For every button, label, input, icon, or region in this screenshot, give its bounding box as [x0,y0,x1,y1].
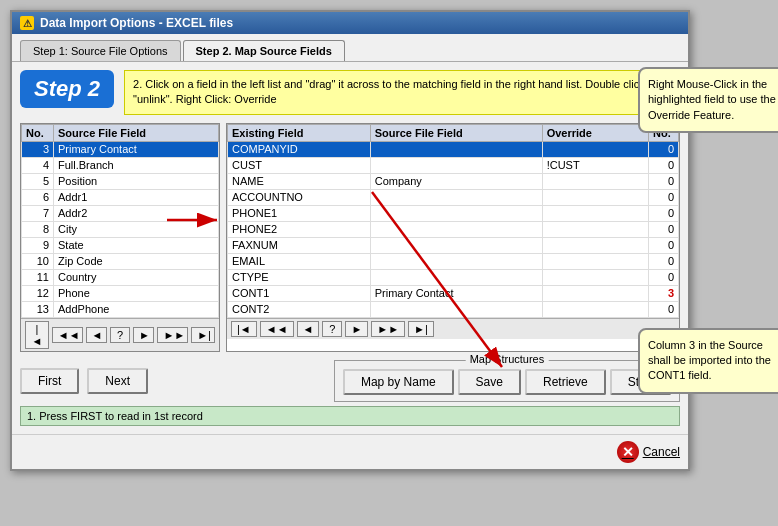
left-row-field: Primary Contact [54,141,219,157]
left-row-field: AddPhone [54,301,219,317]
right-row-no: 0 [649,269,679,285]
right-row-source: Company [370,173,542,189]
right-row-override [542,205,648,221]
left-row-field: Zip Code [54,253,219,269]
right-row-no: 0 [649,157,679,173]
left-row-no: 9 [22,237,54,253]
left-row-no: 11 [22,269,54,285]
left-nav-first[interactable]: |◄ [25,321,49,349]
right-table-row[interactable]: CTYPE 0 [228,269,679,285]
cancel-label: Cancel [643,445,680,459]
left-row-no: 6 [22,189,54,205]
left-nav-next[interactable]: ► [133,327,154,343]
map-by-name-button[interactable]: Map by Name [343,369,454,395]
right-row-no: 0 [649,221,679,237]
right-nav-help[interactable]: ? [322,321,342,337]
right-row-source [370,141,542,157]
left-nav-prev-multi[interactable]: ◄◄ [52,327,83,343]
left-nav-prev[interactable]: ◄ [86,327,107,343]
right-table-row[interactable]: PHONE1 0 [228,205,679,221]
right-table-row[interactable]: ACCOUNTNO 0 [228,189,679,205]
right-row-existing: CUST [228,157,371,173]
right-table-row[interactable]: EMAIL 0 [228,253,679,269]
left-row-field: Addr1 [54,189,219,205]
left-nav-bar: |◄ ◄◄ ◄ ? ► ►► ►| [21,318,219,351]
step2-badge: Step 2 [20,70,114,108]
left-row-field: Full.Branch [54,157,219,173]
right-row-no: 3 [649,285,679,301]
right-row-source [370,221,542,237]
right-nav-last[interactable]: ►| [408,321,434,337]
cancel-icon: ✕ [617,441,639,463]
left-nav-next-multi[interactable]: ►► [157,327,188,343]
left-table-row[interactable]: 12 Phone [22,285,219,301]
right-table-row[interactable]: NAME Company 0 [228,173,679,189]
right-row-existing: CONT1 [228,285,371,301]
right-nav-bar: |◄ ◄◄ ◄ ? ► ►► ►| [227,318,679,339]
dialog-title: Data Import Options - EXCEL files [40,16,233,30]
cancel-button[interactable]: ✕ Cancel [617,441,680,463]
right-table-row[interactable]: CUST !CUST 0 [228,157,679,173]
right-table-row[interactable]: CONT1 Primary Contact 3 [228,285,679,301]
map-structures-buttons: Map by Name Save Retrieve Start [343,369,671,395]
next-button[interactable]: Next [87,368,148,394]
right-row-existing: NAME [228,173,371,189]
right-nav-first[interactable]: |◄ [231,321,257,337]
left-row-field: State [54,237,219,253]
right-row-override: !CUST [542,157,648,173]
right-row-existing: CTYPE [228,269,371,285]
right-row-override [542,301,648,317]
right-table-row[interactable]: CONT2 0 [228,301,679,317]
main-dialog: ⚠ Data Import Options - EXCEL files Step… [10,10,690,471]
left-row-no: 10 [22,253,54,269]
right-table-row[interactable]: FAXNUM 0 [228,237,679,253]
left-table-row[interactable]: 6 Addr1 [22,189,219,205]
left-row-no: 5 [22,173,54,189]
left-table-row[interactable]: 10 Zip Code [22,253,219,269]
status-bar: 1. Press FIRST to read in 1st record [20,406,680,426]
left-row-no: 8 [22,221,54,237]
left-table-row[interactable]: 3 Primary Contact [22,141,219,157]
right-nav-prev[interactable]: ◄ [297,321,320,337]
right-nav-prev-multi[interactable]: ◄◄ [260,321,294,337]
callout-top-right: Right Mouse-Click in the highlighted fie… [638,67,778,133]
left-table-row[interactable]: 7 Addr2 [22,205,219,221]
left-nav-help[interactable]: ? [110,327,130,343]
left-table-row[interactable]: 5 Position [22,173,219,189]
tab-step1[interactable]: Step 1: Source File Options [20,40,181,61]
right-row-existing: COMPANYID [228,141,371,157]
right-nav-next-multi[interactable]: ►► [371,321,405,337]
left-nav-last[interactable]: ►| [191,327,215,343]
left-table-row[interactable]: 13 AddPhone [22,301,219,317]
left-row-no: 13 [22,301,54,317]
tabs-bar: Step 1: Source File Options Step 2. Map … [12,34,688,62]
right-row-override [542,285,648,301]
left-table-row[interactable]: 4 Full.Branch [22,157,219,173]
left-table-row[interactable]: 8 City [22,221,219,237]
retrieve-button[interactable]: Retrieve [525,369,606,395]
first-button[interactable]: First [20,368,79,394]
right-row-source [370,253,542,269]
right-row-override [542,269,648,285]
tab-step2[interactable]: Step 2. Map Source Fields [183,40,345,61]
right-row-existing: EMAIL [228,253,371,269]
right-col-source: Source File Field [370,124,542,141]
right-row-existing: FAXNUM [228,237,371,253]
left-table-row[interactable]: 9 State [22,237,219,253]
right-row-source [370,205,542,221]
right-table-row[interactable]: PHONE2 0 [228,221,679,237]
right-table-row[interactable]: COMPANYID 0 [228,141,679,157]
right-nav-next[interactable]: ► [345,321,368,337]
save-button[interactable]: Save [458,369,521,395]
title-bar: ⚠ Data Import Options - EXCEL files [12,12,688,34]
left-row-field: Addr2 [54,205,219,221]
right-col-override: Override [542,124,648,141]
left-row-no: 3 [22,141,54,157]
left-table-row[interactable]: 11 Country [22,269,219,285]
step2-instruction: 2. Click on a field in the left list and… [124,70,680,115]
right-row-override [542,173,648,189]
left-row-no: 12 [22,285,54,301]
right-row-existing: ACCOUNTNO [228,189,371,205]
right-row-no: 0 [649,141,679,157]
right-row-no: 0 [649,237,679,253]
